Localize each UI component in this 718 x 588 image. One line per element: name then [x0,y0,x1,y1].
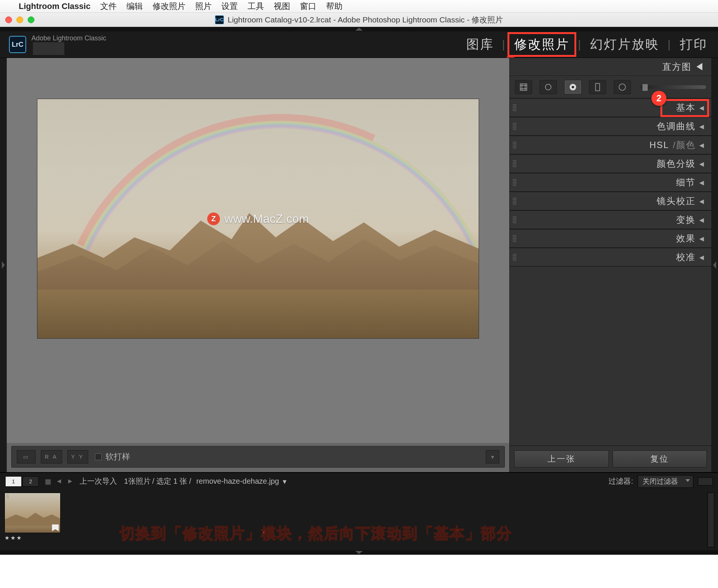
bottom-panel-handle[interactable] [0,550,718,555]
menu-help[interactable]: 帮助 [326,1,343,12]
module-picker: 图库 | 修改照片 1 | 幻灯片放映 | 打印 [465,36,709,53]
center-area: Z www.MacZ.com ▭ R A Y Y 软打样 ▾ [7,58,509,472]
thumbnail-index: 1 [6,494,9,499]
app-root: LrC Adobe Lightroom Classic 图库 | 修改照片 1 … [0,27,718,555]
previous-photo-button[interactable]: 上一张 [514,450,609,468]
right-panel: 直方图 ◀ 基本 ◀ 色调曲线 ◀ HSL/ [509,58,711,472]
menu-window[interactable]: 窗口 [300,1,316,12]
nav-prev-icon[interactable]: ◄ [56,477,62,485]
watermark: Z www.MacZ.com [207,212,309,226]
menu-photo[interactable]: 照片 [195,1,212,12]
watermark-text: www.MacZ.com [224,212,309,226]
checkbox-icon [95,453,102,460]
watermark-icon: Z [207,212,220,225]
secondary-display-toggle: 1 2 [5,476,39,487]
section-calibration[interactable]: 校准 ◀ [510,248,711,267]
menu-tools[interactable]: 工具 [248,1,264,12]
thumbnail[interactable]: 1 ★★★ [4,493,61,541]
spot-tool-icon[interactable] [540,80,557,94]
menu-edit[interactable]: 编辑 [126,1,143,12]
section-detail[interactable]: 细节 ◀ [510,173,711,192]
radial-filter-tool-icon[interactable] [614,80,631,94]
filter-label: 过滤器: [608,476,633,486]
svg-rect-4 [596,83,600,91]
section-basic[interactable]: 基本 ◀ [510,98,711,117]
svg-point-1 [545,84,551,90]
identity-plate[interactable] [33,42,64,55]
window-title: Lightroom Catalog-v10-2.lrcat - Adobe Ph… [228,15,503,25]
mac-menubar: Lightroom Classic 文件 编辑 修改照片 照片 设置 工具 视图… [0,0,718,13]
chevron-left-icon: ◀ [699,160,705,167]
minimize-window-button[interactable] [16,16,23,23]
section-tone-curve[interactable]: 色调曲线 ◀ [510,117,711,136]
chevron-left-icon: ◀ [699,235,705,242]
menu-file[interactable]: 文件 [100,1,117,12]
toolbar-options-dropdown[interactable]: ▾ [486,450,499,464]
loupe-toolbar: ▭ R A Y Y 软打样 ▾ [11,446,505,468]
annotation-caption: 切换到「修改照片」模块，然后向下滚动到「基本」部分 [120,523,512,544]
secondary-display-button[interactable]: 2 [22,476,39,487]
top-panel-handle[interactable] [0,27,718,31]
module-print[interactable]: 打印 [678,36,709,53]
svg-point-3 [572,86,574,88]
right-panel-handle[interactable] [711,58,718,472]
lrc-app-icon: LrC [215,15,224,24]
chevron-left-icon: ◀ [699,254,705,261]
annotation-badge-2: 2 [651,91,666,106]
thumbnail-rating[interactable]: ★★★ [4,533,61,541]
window-titlebar: LrC Lightroom Catalog-v10-2.lrcat - Adob… [0,13,718,27]
module-slideshow[interactable]: 幻灯片放映 [589,36,661,53]
photo-preview[interactable]: Z www.MacZ.com [37,99,479,338]
svg-rect-0 [520,84,527,90]
chevron-left-icon: ◀ [699,142,705,149]
panel-buttons: 上一张 复位 [510,446,711,472]
canvas-area[interactable]: Z www.MacZ.com [7,58,509,443]
before-after-ra-button[interactable]: R A [41,450,62,464]
grid-icon[interactable]: ▦ [45,477,51,486]
main-display-button[interactable]: 1 [5,476,22,487]
app-name[interactable]: Lightroom Classic [19,1,90,11]
filter-preset-dropdown[interactable]: 关闭过滤器 [638,475,693,488]
nav-next-icon[interactable]: ► [67,477,74,485]
menu-view[interactable]: 视图 [274,1,290,12]
loupe-view-button[interactable]: ▭ [17,450,36,464]
brush-size-slider[interactable] [641,85,706,89]
source-path[interactable]: 上一次导入 1张照片 / 选定 1 张 / remove-haze-dehaze… [80,476,286,486]
soft-proof-checkbox[interactable]: 软打样 [95,451,130,462]
filter-lock-toggle[interactable] [698,477,713,486]
workspace: Z www.MacZ.com ▭ R A Y Y 软打样 ▾ 直方图 ◀ [0,58,718,472]
before-after-yy-button[interactable]: Y Y [67,450,88,464]
crop-tool-icon[interactable] [515,80,532,94]
filmstrip[interactable]: 1 ★★★ 切换到「修改照片」模块，然后向下滚动到「基本」部分 [0,490,718,550]
reset-button[interactable]: 复位 [613,450,707,468]
lrc-logo-icon: LrC [9,36,26,53]
svg-point-5 [619,84,625,90]
zoom-window-button[interactable] [28,16,34,23]
section-hsl-color[interactable]: HSL/颜色 ◀ [510,136,711,154]
filmstrip-scrollbar[interactable] [708,493,714,547]
chevron-left-icon: ◀ [699,179,705,186]
window-controls [5,16,34,23]
section-transform[interactable]: 变换 ◀ [510,210,711,229]
chevron-left-icon: ◀ [699,198,705,205]
redeye-tool-icon[interactable] [564,80,582,94]
grad-filter-tool-icon[interactable] [589,80,606,94]
filmstrip-header: 1 2 ▦ ◄ ► 上一次导入 1张照片 / 选定 1 张 / remove-h… [0,472,718,490]
menu-settings[interactable]: 设置 [221,1,238,12]
section-lens[interactable]: 镜头校正 ◀ [510,192,711,210]
module-develop[interactable]: 修改照片 [513,37,571,51]
develop-tool-strip [510,76,711,98]
module-library[interactable]: 图库 [465,36,495,53]
close-window-button[interactable] [5,16,12,23]
section-effects[interactable]: 效果 ◀ [510,229,711,248]
identity-row: LrC Adobe Lightroom Classic 图库 | 修改照片 1 … [0,31,718,58]
chevron-down-icon: ▾ [280,477,286,486]
chevron-left-icon: ◀ [699,123,705,130]
chevron-left-icon: ◀ [699,216,705,224]
identity-text: Adobe Lightroom Classic [31,34,106,42]
section-color-grading[interactable]: 颜色分级 ◀ [510,154,711,173]
menu-develop[interactable]: 修改照片 [153,1,185,12]
histogram-panel-header[interactable]: 直方图 ◀ [510,58,711,76]
left-panel-handle[interactable] [0,58,7,472]
chevron-left-icon: ◀ [699,104,705,111]
